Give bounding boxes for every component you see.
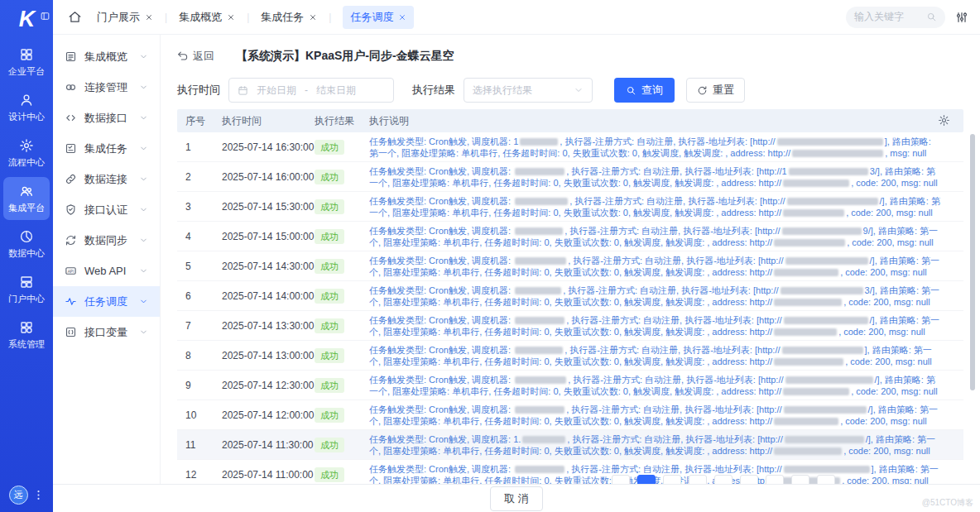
- row-seq: 5: [177, 261, 222, 272]
- sidebar-item-label: 集成任务: [84, 141, 127, 156]
- close-icon[interactable]: [145, 13, 153, 22]
- reset-refresh-icon: [697, 85, 708, 96]
- redacted-text: [774, 269, 838, 276]
- pagination-page[interactable]: [714, 475, 733, 484]
- pagination-page[interactable]: [612, 475, 630, 484]
- filter-settings-icon[interactable]: [955, 11, 968, 24]
- rail-item-enterprise[interactable]: 企业平台: [3, 41, 50, 84]
- sidebar-item-tasks[interactable]: 集成任务: [53, 133, 160, 164]
- vertical-scrollbar[interactable]: [970, 134, 975, 481]
- nav-tab-label: 任务调度: [350, 10, 393, 25]
- search-input[interactable]: 输入关键字: [846, 7, 945, 28]
- scrollbar-thumb[interactable]: [970, 134, 975, 390]
- nav-tab-1[interactable]: 门户展示: [97, 10, 153, 25]
- table-row[interactable]: 4 2025-07-14 15:00:00 成功 任务触发类型: Cron触发,…: [177, 222, 963, 251]
- redacted-text: [783, 388, 849, 395]
- sidebar-item-overview[interactable]: 集成概览: [53, 41, 160, 72]
- close-icon[interactable]: [398, 13, 406, 22]
- chevron-down-icon: [139, 205, 148, 214]
- pagination-page-active[interactable]: [637, 475, 656, 484]
- back-button[interactable]: 返回: [177, 49, 214, 64]
- date-range-separator: -: [305, 84, 308, 96]
- sidebar-item-sync[interactable]: 数据同步: [53, 225, 160, 256]
- rail-bottom: 远: [9, 486, 45, 505]
- redacted-text: [774, 447, 842, 455]
- more-options-icon[interactable]: [32, 489, 45, 501]
- sidebar-item-vars[interactable]: 接口变量: [53, 317, 160, 347]
- row-time: 2025-07-14 13:00:00: [222, 350, 315, 361]
- filter-bar: 执行时间 开始日期 - 结束日期 执行结果 选择执行结果 查询: [177, 71, 963, 109]
- table-row[interactable]: 11 2025-07-14 11:30:00 成功 任务触发类型: Cron触发…: [177, 430, 963, 460]
- sidebar-item-data-api[interactable]: 数据接口: [53, 103, 160, 133]
- row-seq: 10: [177, 409, 222, 421]
- table-row[interactable]: 5 2025-07-14 14:30:00 成功 任务触发类型: Cron触发,…: [177, 251, 963, 281]
- table-settings-gear-icon[interactable]: [938, 114, 950, 127]
- table-row[interactable]: 2 2025-07-14 16:00:00 成功 任务触发类型: Cron触发,…: [177, 162, 963, 192]
- pagination-page[interactable]: [740, 475, 758, 484]
- rail-item-portal[interactable]: 门户中心: [3, 268, 50, 311]
- nav-tab-4[interactable]: 任务调度: [343, 6, 414, 29]
- redacted-text: [785, 376, 873, 384]
- table-row[interactable]: 9 2025-07-14 12:30:00 成功 任务触发类型: Cron触发,…: [177, 371, 963, 400]
- chevron-down-icon: [139, 52, 148, 61]
- collapse-panel-icon[interactable]: [40, 11, 50, 22]
- row-time: 2025-07-14 11:00:00: [222, 469, 315, 481]
- table-row[interactable]: 3 2025-07-14 15:30:00 成功 任务触发类型: Cron触发,…: [177, 192, 963, 222]
- home-icon[interactable]: [68, 10, 82, 24]
- main-content: 返回 【系统演示】KPaaS用户-同步-金蝶云星空 执行时间 开始日期 - 结束…: [161, 35, 980, 484]
- status-badge: 成功: [315, 229, 344, 244]
- search-icon: [926, 12, 937, 22]
- table-row[interactable]: 1 2025-07-14 16:30:00 成功 任务触发类型: Cron触发,…: [177, 132, 963, 162]
- row-seq: 1: [177, 141, 222, 153]
- rail-item-flow[interactable]: 流程中心: [3, 132, 50, 175]
- sidebar-item-data-link[interactable]: 数据连接: [53, 164, 160, 194]
- rail-item-design[interactable]: 设计中心: [3, 86, 50, 129]
- reset-button[interactable]: 重置: [686, 78, 745, 103]
- query-button[interactable]: 查询: [614, 78, 675, 103]
- table-row[interactable]: 10 2025-07-14 12:00:00 成功 任务触发类型: Cron触发…: [177, 400, 963, 430]
- pagination-page[interactable]: [817, 475, 835, 484]
- sidebar-item-webapi[interactable]: API Web API: [53, 256, 160, 286]
- table-row[interactable]: 7 2025-07-14 13:30:00 成功 任务触发类型: Cron触发,…: [177, 311, 963, 341]
- sidebar-item-auth[interactable]: 接口认证: [53, 194, 160, 225]
- pagination-page[interactable]: [791, 475, 809, 484]
- table-row[interactable]: 6 2025-07-14 14:00:00 成功 任务触发类型: Cron触发,…: [177, 281, 963, 311]
- pagination-page[interactable]: [766, 475, 784, 484]
- page-title: 【系统演示】KPaaS用户-同步-金蝶云星空: [236, 49, 454, 64]
- top-navigation-bar: 门户展示 | 集成概览 | 集成任务 | 任务调度 输入关键字: [53, 0, 980, 35]
- close-icon[interactable]: [227, 13, 235, 22]
- reset-button-label: 重置: [713, 83, 734, 98]
- status-badge: 成功: [315, 438, 344, 452]
- rail-item-label: 数据中心: [8, 247, 45, 260]
- table-row[interactable]: 12 2025-07-14 11:00:00 成功 任务触发类型: Cron触发…: [177, 460, 963, 484]
- sidebar-item-connect[interactable]: 连接管理: [53, 72, 160, 103]
- date-range-picker[interactable]: 开始日期 - 结束日期: [228, 78, 394, 103]
- tasks-icon: [65, 142, 77, 155]
- result-select[interactable]: 选择执行结果: [464, 78, 593, 103]
- close-icon[interactable]: [309, 13, 317, 22]
- user-avatar[interactable]: 远: [9, 486, 28, 505]
- header-result: 执行结果: [315, 114, 369, 128]
- nav-tab-3[interactable]: 集成任务: [261, 10, 317, 25]
- chevron-down-icon: [139, 297, 148, 306]
- rail-item-system[interactable]: 系统管理: [3, 313, 50, 356]
- header-time: 执行时间: [222, 114, 315, 128]
- chevron-down-icon: [139, 83, 148, 92]
- nav-tab-2[interactable]: 集成概览: [179, 10, 235, 25]
- sidebar-item-label: 数据接口: [84, 111, 127, 126]
- sidebar-item-label: 接口变量: [84, 325, 127, 340]
- redacted-text: [784, 406, 867, 414]
- cancel-button[interactable]: 取 消: [490, 486, 543, 511]
- status-badge: 成功: [315, 259, 344, 274]
- table-row[interactable]: 8 2025-07-14 13:00:00 成功 任务触发类型: Cron触发,…: [177, 341, 963, 371]
- rail-item-label: 系统管理: [8, 338, 45, 351]
- sidebar-item-schedule[interactable]: 任务调度: [53, 286, 160, 317]
- rail-item-integration[interactable]: 集成平台: [3, 177, 50, 220]
- enterprise-icon: [19, 47, 34, 62]
- pagination-page[interactable]: [689, 475, 707, 484]
- redacted-text: [789, 168, 868, 175]
- pagination-page[interactable]: [663, 475, 681, 484]
- rail-item-data-center[interactable]: 数据中心: [3, 223, 50, 266]
- chevron-down-icon: [139, 175, 148, 184]
- schedule-icon: [65, 295, 77, 308]
